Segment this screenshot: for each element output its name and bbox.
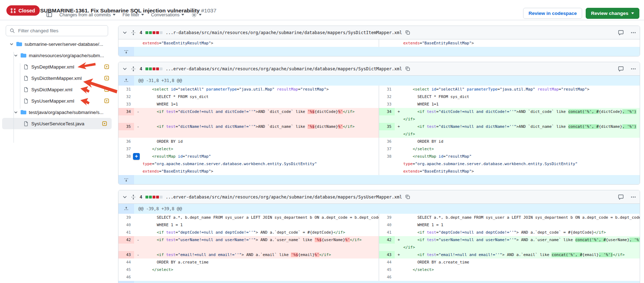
- sidebar-toggle-icon[interactable]: [46, 12, 52, 18]
- kebab-menu-icon[interactable]: [630, 66, 636, 72]
- changes-from-label: Changes from all commits: [59, 12, 111, 17]
- file-modified-icon: [104, 64, 109, 69]
- tree-file-sysuserservicetest-java[interactable]: SysUserServiceTest.java: [2, 118, 112, 129]
- old-line-number[interactable]: 44: [118, 258, 134, 266]
- old-line-number[interactable]: 31: [118, 86, 134, 93]
- old-line-number[interactable]: 43: [118, 251, 134, 258]
- diff-row: 44 ORDER BY a.create_time44 ORDER BY a.c…: [118, 258, 640, 266]
- old-line-number[interactable]: 35: [118, 123, 134, 130]
- new-line-number[interactable]: 38: [379, 153, 395, 160]
- review-in-codespace-button[interactable]: Review in codespace: [523, 8, 582, 19]
- collapse-file-chevron-icon[interactable]: [122, 66, 128, 72]
- diff-row: </if>: [118, 115, 640, 123]
- file-path[interactable]: ...erver-database/src/main/resources/org…: [166, 66, 402, 71]
- old-line-number[interactable]: 39: [118, 214, 134, 221]
- comment-icon[interactable]: [618, 194, 624, 200]
- new-line-number[interactable]: 32: [379, 93, 395, 100]
- new-line-number: [379, 115, 395, 123]
- old-line-number[interactable]: 45: [118, 266, 134, 273]
- expand-context-row: [118, 47, 640, 56]
- diffstat: [145, 67, 163, 70]
- new-line-number[interactable]: 39: [379, 214, 395, 221]
- old-line-number[interactable]: 33: [118, 100, 134, 108]
- diff-row: </if>: [118, 130, 640, 138]
- new-line-number[interactable]: 34: [379, 108, 395, 115]
- add-comment-button[interactable]: +: [133, 153, 140, 160]
- new-line-number[interactable]: 46: [379, 273, 395, 281]
- file-path[interactable]: ...erver-database/src/main/resources/org…: [166, 195, 402, 200]
- diff-settings-gear-menu[interactable]: [191, 12, 202, 18]
- expand-down-button[interactable]: [118, 47, 134, 56]
- copy-path-icon[interactable]: [405, 30, 410, 35]
- new-line-number[interactable]: 36: [379, 138, 395, 145]
- old-line-number[interactable]: 36: [118, 138, 134, 145]
- new-line-number[interactable]: 43: [379, 251, 395, 258]
- old-code-line: </select>: [134, 266, 379, 273]
- tree-folder-main-resources-org-apache-subm-[interactable]: main/resources/org/apache/subm...: [0, 50, 114, 61]
- expand-up-button[interactable]: [118, 204, 134, 214]
- old-line-number[interactable]: 32: [118, 93, 134, 100]
- diff-row: 31 <select id="selectAll" parameterType=…: [118, 86, 640, 93]
- tree-item-label: test/java/org/apache/submarine/s...: [29, 110, 103, 115]
- tree-file-sysdictitemmapper-xml[interactable]: SysDictItemMapper.xml: [0, 72, 114, 84]
- new-code-line: <if test="deptCode!=null and deptCode!='…: [395, 229, 640, 236]
- new-line-number[interactable]: 33: [379, 100, 395, 108]
- file-modified-icon: [104, 87, 109, 92]
- old-line-number[interactable]: 42: [118, 236, 134, 244]
- expand-up-button[interactable]: [118, 76, 134, 86]
- comment-icon[interactable]: [618, 30, 624, 36]
- old-line-number[interactable]: 37: [118, 145, 134, 153]
- new-line-number[interactable]: 40: [379, 221, 395, 229]
- tree-guide-line: [20, 63, 20, 109]
- diff-sign: -: [137, 236, 139, 244]
- comment-icon[interactable]: [618, 66, 624, 72]
- new-line-number[interactable]: 35: [379, 123, 395, 130]
- kebab-menu-icon[interactable]: [630, 194, 636, 200]
- conversations-menu[interactable]: Conversations: [151, 12, 184, 17]
- diff-row: type="org.apache.submarine.server.databa…: [118, 160, 640, 168]
- chevron-down-icon[interactable]: [14, 53, 18, 58]
- copy-path-icon[interactable]: [405, 66, 410, 71]
- new-line-number[interactable]: 42: [379, 236, 395, 244]
- old-line-number[interactable]: 41: [118, 229, 134, 236]
- tree-file-sysusermapper-xml[interactable]: SysUserMapper.xml: [0, 95, 114, 107]
- expand-all-icon[interactable]: [131, 66, 136, 72]
- collapse-file-chevron-icon[interactable]: [122, 30, 128, 36]
- old-line-number[interactable]: 40: [118, 221, 134, 229]
- review-changes-button[interactable]: Review changes: [586, 8, 639, 19]
- old-line-number[interactable]: 34: [118, 108, 134, 115]
- old-line-number[interactable]: 46: [118, 273, 134, 281]
- new-line-number[interactable]: 45: [379, 266, 395, 273]
- expand-down-button[interactable]: [118, 281, 134, 283]
- expand-down-button[interactable]: [118, 175, 134, 184]
- new-line-number[interactable]: 41: [379, 229, 395, 236]
- chevron-down-icon[interactable]: [9, 42, 14, 47]
- kebab-menu-icon[interactable]: [630, 30, 636, 36]
- chevron-down-icon[interactable]: [14, 110, 18, 115]
- tree-file-sysdeptmapper-xml[interactable]: SysDeptMapper.xml: [0, 61, 114, 72]
- file-path[interactable]: ...r-database/src/main/resources/org/apa…: [166, 30, 402, 35]
- old-line-number[interactable]: 38+: [118, 153, 134, 160]
- new-code-line: WHERE 1 = 1: [395, 221, 640, 229]
- file-icon: [23, 64, 29, 70]
- tree-folder-submarine-server-server-database-[interactable]: submarine-server/server-database/...: [0, 38, 114, 50]
- new-code-line: + <if test="userName!=null and userName!…: [395, 236, 640, 244]
- expand-all-icon[interactable]: [131, 194, 136, 200]
- expand-all-icon[interactable]: [131, 30, 136, 36]
- diff-row: extends="BaseEntityResultMap">extends="B…: [118, 168, 640, 175]
- tree-folder-test-java-org-apache-submarine-s-[interactable]: test/java/org/apache/submarine/s...: [0, 107, 114, 118]
- collapse-file-chevron-icon[interactable]: [122, 194, 128, 200]
- pr-status-label: Closed: [18, 8, 35, 13]
- filter-changed-files-input[interactable]: [17, 28, 104, 34]
- file-icon: [23, 121, 29, 126]
- new-line-number[interactable]: 37: [379, 145, 395, 153]
- new-line-number[interactable]: 31: [379, 86, 395, 93]
- copy-path-icon[interactable]: [405, 194, 410, 200]
- file-filter-menu[interactable]: File filter: [123, 12, 144, 17]
- changes-from-menu[interactable]: Changes from all commits: [59, 12, 116, 17]
- diff-sign: +: [398, 251, 400, 258]
- new-line-number[interactable]: 44: [379, 258, 395, 266]
- old-code-line: - <if test="dictName!=null and dictName!…: [134, 123, 379, 130]
- tree-file-sysdictmapper-xml[interactable]: SysDictMapper.xml: [0, 84, 114, 95]
- diff-row: 33 WHERE 1=133 WHERE 1=1: [118, 100, 640, 108]
